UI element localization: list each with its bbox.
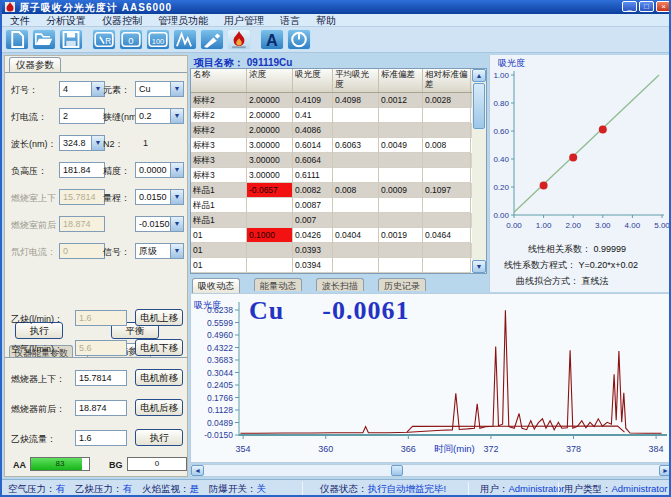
input-1-0[interactable]: 2 bbox=[59, 108, 105, 124]
scroll-right-button[interactable]: ► bbox=[659, 465, 671, 476]
gauge-r-button[interactable]: R bbox=[92, 29, 116, 50]
cell-2-2: 0.4086 bbox=[293, 123, 333, 138]
status-item-1: 乙炔压力：有 bbox=[75, 483, 132, 494]
tab-dynamic-0[interactable]: 吸收动态 bbox=[192, 278, 240, 293]
scroll-up-button[interactable]: ▲ bbox=[472, 69, 486, 82]
project-name: 091119Cu bbox=[247, 57, 293, 68]
flame-button-1[interactable]: 电机下移 bbox=[135, 339, 183, 356]
cell-8-5 bbox=[423, 213, 471, 228]
cell-4-2: 0.6064 bbox=[293, 153, 333, 168]
aa-value: 83 bbox=[31, 459, 89, 468]
calibration-chart: 0.000.200.400.600.801.000.001.002.003.00… bbox=[490, 67, 670, 239]
select-1-1[interactable]: 0.2▼ bbox=[135, 108, 184, 124]
chevron-down-icon[interactable]: ▼ bbox=[170, 163, 183, 177]
select-4-1[interactable]: 0.0150▼ bbox=[135, 189, 184, 205]
menu-item-1[interactable]: 分析设置 bbox=[38, 14, 94, 27]
select-3-1[interactable]: 0.0000▼ bbox=[135, 162, 184, 178]
gauge-100-button[interactable]: 100 bbox=[146, 29, 170, 50]
table-row[interactable]: 样品1-0.06570.00820.0080.00090.1097 bbox=[191, 183, 486, 198]
flame-button-0[interactable]: 电机上移 bbox=[135, 309, 183, 326]
chevron-down-icon[interactable]: ▼ bbox=[170, 109, 183, 123]
power-button[interactable] bbox=[287, 29, 311, 50]
tab-dynamic-2[interactable]: 波长扫描 bbox=[316, 278, 364, 291]
hscroll-thumb[interactable] bbox=[391, 465, 403, 476]
flame-button-3[interactable]: 电机后移 bbox=[135, 399, 183, 416]
minimize-button[interactable]: _ bbox=[622, 1, 637, 12]
signal-chart-scrollbar[interactable]: ◄ ► bbox=[190, 464, 671, 477]
flame-label-2: 燃烧器上下： bbox=[11, 373, 65, 386]
select-0-1[interactable]: Cu▼ bbox=[135, 81, 184, 97]
cell-7-1 bbox=[247, 198, 293, 213]
select-0-0[interactable]: 4▼ bbox=[59, 81, 105, 97]
maximize-button[interactable]: □ bbox=[639, 1, 654, 12]
menu-bar: 文件分析设置仪器控制管理员功能用户管理语言帮助 bbox=[2, 14, 671, 27]
tab-dynamic-3[interactable]: 历史记录 bbox=[378, 278, 426, 291]
new-file-button[interactable] bbox=[5, 29, 29, 50]
wavelength-scan-button[interactable] bbox=[173, 29, 197, 50]
svg-text:0.20: 0.20 bbox=[493, 183, 509, 192]
table-row[interactable]: 样品10.007 bbox=[191, 213, 486, 228]
table-row[interactable]: 标样22.000000.41 bbox=[191, 108, 486, 123]
menu-item-3[interactable]: 管理员功能 bbox=[150, 14, 216, 27]
menu-item-6[interactable]: 帮助 bbox=[308, 14, 344, 27]
column-header-5[interactable]: 相对标准偏差 bbox=[423, 69, 471, 92]
svg-text:378: 378 bbox=[566, 444, 581, 454]
table-row[interactable]: 010.0394 bbox=[191, 258, 486, 273]
table-row[interactable]: 样品10.0087 bbox=[191, 198, 486, 213]
user-field: 用户：Administrator bbox=[480, 483, 564, 496]
save-button[interactable] bbox=[59, 29, 83, 50]
table-row[interactable]: 标样33.000000.60140.60630.00490.008 bbox=[191, 138, 486, 153]
menu-item-5[interactable]: 语言 bbox=[272, 14, 308, 27]
svg-text:0.60: 0.60 bbox=[493, 127, 509, 136]
scroll-down-button[interactable]: ▼ bbox=[472, 260, 486, 273]
close-button[interactable]: × bbox=[656, 1, 671, 12]
column-header-3[interactable]: 平均吸光度 bbox=[333, 69, 379, 92]
nebulizer-button[interactable] bbox=[200, 29, 224, 50]
flame-input-2[interactable]: 15.7814 bbox=[75, 370, 127, 386]
table-row[interactable]: 标样22.000000.4086 bbox=[191, 123, 486, 138]
cell-9-0: 01 bbox=[191, 228, 247, 243]
svg-text:时间(min): 时间(min) bbox=[434, 443, 475, 454]
column-header-4[interactable]: 标准偏差 bbox=[379, 69, 423, 92]
cell-6-5: 0.1097 bbox=[423, 183, 471, 198]
chevron-down-icon[interactable]: ▼ bbox=[170, 244, 183, 258]
svg-text:100: 100 bbox=[152, 37, 164, 46]
cell-6-0: 样品1 bbox=[191, 183, 247, 198]
chevron-down-icon[interactable]: ▼ bbox=[170, 82, 183, 96]
flame-input-3[interactable]: 18.874 bbox=[75, 400, 127, 416]
flame-label-0: 乙炔(l/min)： bbox=[11, 313, 63, 326]
svg-text:2.00: 2.00 bbox=[565, 221, 581, 230]
menu-item-4[interactable]: 用户管理 bbox=[216, 14, 272, 27]
chevron-down-icon[interactable]: ▼ bbox=[170, 217, 183, 231]
input-3-0[interactable]: 181.84 bbox=[59, 162, 105, 178]
auto-align-button[interactable]: A bbox=[260, 29, 284, 50]
scroll-left-button[interactable]: ◄ bbox=[191, 465, 204, 476]
element-symbol: Cu bbox=[249, 296, 284, 325]
menu-item-0[interactable]: 文件 bbox=[2, 14, 38, 27]
column-header-2[interactable]: 吸光度 bbox=[293, 69, 333, 92]
gauge-zero-button[interactable]: 0 bbox=[119, 29, 143, 50]
tab-instrument-params[interactable]: 仪器参数 bbox=[9, 57, 61, 72]
table-row[interactable]: 标样33.000000.6111 bbox=[191, 168, 486, 183]
column-header-0[interactable]: 名称 bbox=[191, 69, 247, 92]
table-row[interactable]: 标样33.000000.6064 bbox=[191, 153, 486, 168]
table-scrollbar-thumb[interactable] bbox=[473, 83, 485, 129]
column-header-1[interactable]: 浓度 bbox=[247, 69, 293, 92]
results-table[interactable]: 名称浓度吸光度平均吸光度标准偏差相对标准偏差 标样22.000000.41090… bbox=[190, 68, 487, 274]
flame-button-4[interactable]: 执行 bbox=[135, 429, 183, 446]
table-row[interactable]: 010.0393 bbox=[191, 243, 486, 258]
select-6-1[interactable]: 原级▼ bbox=[135, 243, 184, 259]
svg-text:372: 372 bbox=[483, 444, 498, 454]
select-2-0[interactable]: 324.8▼ bbox=[59, 135, 105, 151]
select-5-1[interactable]: -0.0150▼ bbox=[135, 216, 184, 232]
flame-button-2[interactable]: 电机前移 bbox=[135, 369, 183, 386]
menu-item-2[interactable]: 仪器控制 bbox=[94, 14, 150, 27]
tab-dynamic-1[interactable]: 能量动态 bbox=[254, 278, 302, 291]
table-row[interactable]: 标样22.000000.41090.40980.00120.0028 bbox=[191, 93, 486, 108]
app-icon bbox=[5, 2, 15, 12]
ignite-flame-button[interactable] bbox=[227, 29, 251, 50]
table-row[interactable]: 010.10000.04260.04040.00190.0464 bbox=[191, 228, 486, 243]
chevron-down-icon[interactable]: ▼ bbox=[170, 190, 183, 204]
open-file-button[interactable] bbox=[32, 29, 56, 50]
flame-input-4[interactable]: 1.6 bbox=[75, 430, 127, 446]
